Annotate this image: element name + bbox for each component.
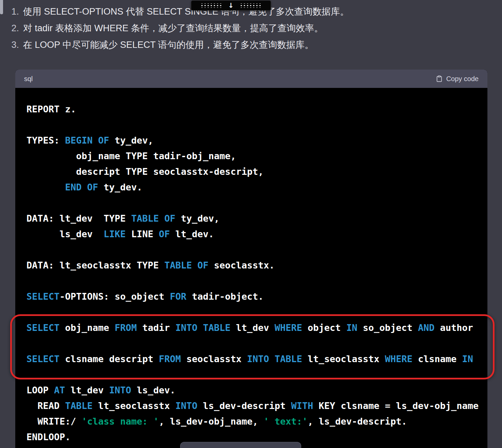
- code-header: sql Copy code: [15, 70, 487, 88]
- code-line: [26, 242, 487, 258]
- list-item-number: 3.: [5, 37, 19, 53]
- code-language-label: sql: [24, 75, 33, 83]
- copy-code-button[interactable]: Copy code: [436, 75, 479, 83]
- code-line: READ TABLE lt_seoclasstx INTO ls_dev-des…: [26, 398, 487, 414]
- code-line: SELECT-OPTIONS: so_object FOR tadir-obje…: [26, 289, 487, 304]
- code-line: [26, 336, 487, 351]
- code-line: SELECT obj_name FROM tadir INTO TABLE lt…: [26, 320, 487, 336]
- dot-grid-right-icon: [240, 3, 262, 8]
- code-line: LOOP AT lt_dev INTO ls_dev.: [26, 382, 487, 398]
- code-body: REPORT z. TYPES: BEGIN OF ty_dev, obj_na…: [15, 88, 487, 448]
- code-line: obj_name TYPE tadir-obj_name,: [26, 148, 487, 164]
- code-line: TYPES: BEGIN OF ty_dev,: [26, 133, 487, 148]
- code-line: descript TYPE seoclasstx-descript,: [26, 164, 487, 180]
- dot-grid-left-icon: [200, 3, 222, 8]
- code-line: [26, 304, 487, 320]
- down-arrow-icon: ↓: [228, 2, 234, 9]
- code-line: SELECT clsname descript FROM seoclasstx …: [26, 351, 487, 367]
- code-line: DATA: lt_seoclasstx TYPE TABLE OF seocla…: [26, 258, 487, 273]
- list-item-text: 使用 SELECT-OPTIONS 代替 SELECT SINGLE 语句，避免…: [23, 3, 349, 20]
- list-item-text: 在 LOOP 中尽可能减少 SELECT 语句的使用，避免了多次查询数据库。: [23, 37, 314, 53]
- code-line: DATA: lt_dev TYPE TABLE OF ty_dev,: [26, 211, 487, 226]
- code-line: ls_dev LIKE LINE OF lt_dev.: [26, 226, 487, 242]
- bottom-sheet-edge[interactable]: [180, 442, 301, 448]
- ordered-list: 1.使用 SELECT-OPTIONS 代替 SELECT SINGLE 语句，…: [5, 3, 480, 53]
- copy-code-label: Copy code: [446, 75, 479, 83]
- code-line: END OF ty_dev.: [26, 180, 487, 195]
- code-line: [26, 195, 487, 211]
- code-block: sql Copy code REPORT z. TYPES: BEGIN OF …: [15, 70, 487, 448]
- drag-overlay-badge: ↓: [191, 0, 271, 11]
- code-line: [26, 117, 487, 133]
- clipboard-icon: [436, 75, 443, 82]
- scrollbar-thumb[interactable]: [0, 0, 3, 14]
- code-line: [26, 273, 487, 289]
- list-item: 3.在 LOOP 中尽可能减少 SELECT 语句的使用，避免了多次查询数据库。: [5, 37, 480, 53]
- list-item: 2.对 tadir 表格添加 WHERE 条件，减少了查询结果数量，提高了查询效…: [5, 20, 480, 37]
- code-line: WRITE:/ 'class name: ', ls_dev-obj_name,…: [26, 414, 487, 429]
- code-line: [26, 367, 487, 382]
- list-item-text: 对 tadir 表格添加 WHERE 条件，减少了查询结果数量，提高了查询效率。: [23, 20, 323, 37]
- list-item-number: 1.: [5, 3, 19, 20]
- list-item-number: 2.: [5, 20, 19, 37]
- code-line: REPORT z.: [26, 101, 487, 117]
